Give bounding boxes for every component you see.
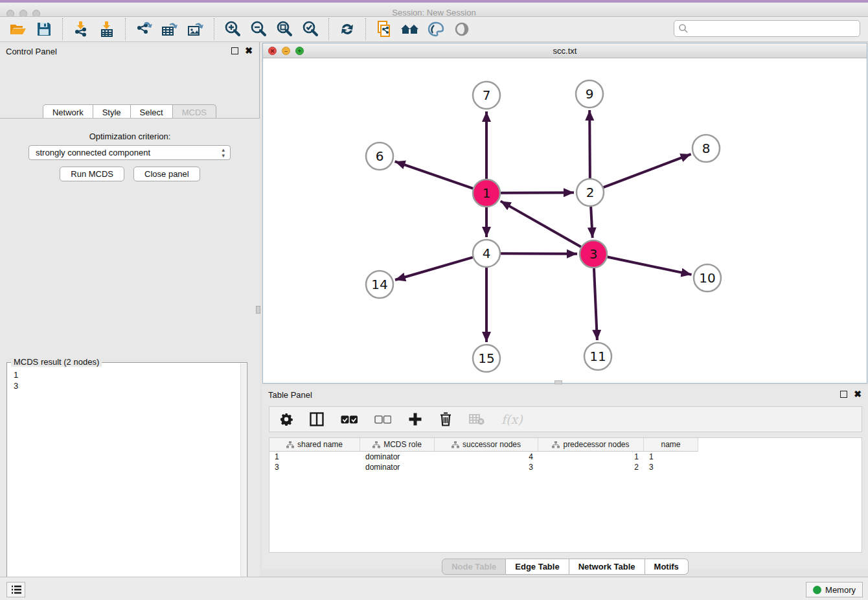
network-window-title: scc.txt (263, 46, 867, 56)
cell-successor-nodes[interactable]: 4 (435, 452, 538, 462)
result-scrollbar[interactable] (240, 363, 246, 600)
graph-node-7[interactable]: 7 (473, 82, 500, 109)
horizontal-splitter-grip[interactable] (554, 380, 562, 384)
float-panel-icon[interactable] (231, 47, 238, 54)
duplicate-network-icon[interactable] (371, 19, 397, 40)
node-table[interactable]: shared nameMCDS rolesuccessor nodesprede… (269, 437, 862, 553)
cell-predecessor-nodes[interactable]: 1 (538, 452, 644, 462)
tab-network-table[interactable]: Network Table (569, 559, 645, 575)
export-image-icon[interactable] (183, 19, 209, 40)
save-session-icon[interactable] (31, 19, 57, 40)
import-network-icon[interactable] (68, 19, 94, 40)
edge-2-8[interactable] (604, 154, 691, 187)
titlebar: Session: New Session (0, 3, 868, 17)
select-all-icon[interactable] (341, 410, 358, 429)
graph-node-1[interactable]: 1 (473, 179, 500, 207)
edge-1-2[interactable] (501, 192, 574, 193)
graph-node-14[interactable]: 14 (366, 271, 393, 298)
graph-node-11[interactable]: 11 (584, 343, 611, 370)
network-graph-canvas[interactable]: 7968124314101511 (263, 58, 867, 383)
edge-2-3[interactable] (591, 207, 593, 238)
table-row[interactable]: 3dominator323 (269, 462, 862, 472)
vertical-splitter-grip[interactable] (256, 306, 260, 314)
zoom-fit-icon[interactable] (271, 19, 297, 40)
cell-MCDS-role[interactable]: dominator (360, 462, 435, 472)
hierarchy-icon (451, 441, 459, 448)
table-toolbar: f(x) (269, 406, 862, 432)
cell-MCDS-role[interactable]: dominator (360, 452, 435, 462)
table-panel-tabs: Node TableEdge TableNetwork TableMotifs (262, 559, 868, 575)
eye-icon[interactable] (449, 19, 475, 40)
zoom-out-icon[interactable] (246, 19, 271, 40)
edge-2-9[interactable] (589, 110, 590, 178)
cell-predecessor-nodes[interactable]: 2 (538, 462, 644, 472)
cell-shared-name[interactable]: 1 (269, 452, 360, 462)
search-field[interactable] (674, 20, 860, 37)
table-row[interactable]: 1dominator411 (269, 452, 862, 462)
graph-node-10[interactable]: 10 (694, 264, 721, 292)
function-icon[interactable]: f(x) (501, 410, 523, 429)
edge-3-11[interactable] (594, 268, 597, 340)
column-header-name[interactable]: name (644, 438, 698, 452)
graph-node-3[interactable]: 3 (580, 240, 607, 268)
import-table-icon[interactable] (94, 19, 120, 40)
style-icon[interactable] (423, 19, 449, 40)
mcds-result-text[interactable]: 1 3 (8, 369, 239, 600)
graph-node-2[interactable]: 2 (577, 179, 604, 206)
export-table-icon[interactable] (157, 19, 183, 40)
edge-3-10[interactable] (608, 257, 692, 275)
export-network-icon[interactable] (131, 19, 157, 40)
zoom-in-icon[interactable] (220, 19, 246, 40)
memory-status-icon (813, 586, 821, 594)
task-history-button[interactable] (6, 582, 25, 597)
zoom-selected-icon[interactable] (297, 19, 323, 40)
edge-3-1[interactable] (501, 201, 581, 247)
main-toolbar (0, 17, 868, 42)
column-header-shared-name[interactable]: shared name (269, 438, 360, 452)
close-table-panel-icon[interactable]: ✖ (854, 389, 862, 398)
optimization-criterion-select[interactable]: strongly connected component ▴▾ (29, 145, 231, 160)
cell-shared-name[interactable]: 3 (269, 462, 360, 472)
table-panel-title: Table Panel (268, 390, 312, 400)
delete-table-icon[interactable] (469, 410, 485, 429)
search-input[interactable] (689, 24, 860, 34)
svg-text:14: 14 (371, 277, 387, 292)
edge-1-6[interactable] (395, 161, 474, 189)
edge-4-3[interactable] (501, 253, 577, 254)
home-icon[interactable] (397, 19, 423, 40)
tab-edge-table[interactable]: Edge Table (506, 559, 569, 575)
float-table-panel-icon[interactable] (840, 391, 847, 398)
memory-button[interactable]: Memory (806, 582, 863, 597)
cell-name[interactable]: 3 (644, 462, 698, 472)
graph-node-4[interactable]: 4 (473, 240, 500, 267)
graph-node-8[interactable]: 8 (692, 135, 720, 162)
cell-name[interactable]: 1 (644, 452, 698, 462)
column-header-MCDS-role[interactable]: MCDS role (360, 438, 435, 452)
graph-node-6[interactable]: 6 (366, 143, 393, 170)
table-header-row: shared nameMCDS rolesuccessor nodesprede… (269, 438, 862, 452)
column-header-predecessor-nodes[interactable]: predecessor nodes (538, 438, 644, 452)
add-icon[interactable] (408, 410, 422, 429)
table-body: 1dominator4113dominator323 (269, 452, 862, 472)
search-icon (678, 23, 689, 34)
tab-motifs[interactable]: Motifs (645, 559, 689, 575)
graph-node-15[interactable]: 15 (473, 345, 500, 372)
close-panel-button[interactable]: Close panel (133, 167, 200, 181)
tab-node-table[interactable]: Node Table (442, 559, 506, 575)
run-mcds-button[interactable]: Run MCDS (60, 167, 124, 181)
graph-node-9[interactable]: 9 (576, 80, 603, 108)
gear-icon[interactable] (280, 410, 293, 429)
cell-successor-nodes[interactable]: 3 (435, 462, 538, 472)
open-file-icon[interactable] (5, 19, 31, 40)
mcds-result-title: MCDS result (2 nodes) (11, 357, 102, 367)
column-header-successor-nodes[interactable]: successor nodes (435, 438, 538, 452)
edge-4-14[interactable] (395, 257, 473, 280)
refresh-icon[interactable] (334, 19, 360, 40)
svg-text:4: 4 (483, 246, 491, 261)
svg-text:7: 7 (483, 87, 491, 103)
delete-icon[interactable] (439, 410, 452, 429)
close-panel-icon[interactable]: ✖ (245, 46, 253, 55)
columns-icon[interactable] (310, 410, 324, 429)
deselect-all-icon[interactable] (374, 410, 391, 429)
network-window-titlebar[interactable]: ✕ – + scc.txt (263, 43, 867, 58)
